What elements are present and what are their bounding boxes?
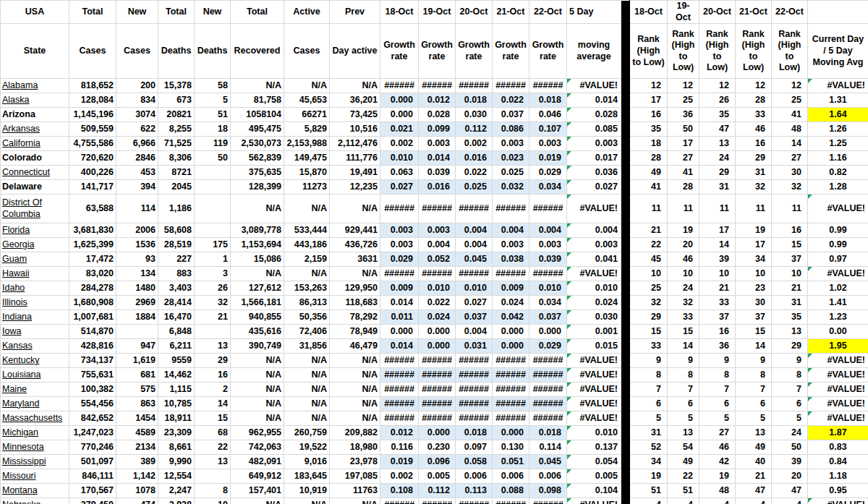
cell-total-deaths[interactable]: 9559 [158, 354, 195, 368]
cell-new-deaths[interactable] [195, 180, 231, 195]
cell-rank-19oct[interactable]: 24 [668, 281, 699, 296]
cell-growth-18oct[interactable]: 0.003 [380, 238, 419, 252]
cell-rank-19oct[interactable]: 46 [668, 252, 699, 267]
cell-growth-19oct[interactable]: 0.012 [419, 93, 456, 108]
cell-rank-20oct[interactable]: 19 [699, 469, 736, 484]
cell-rank-18oct[interactable]: 5 [630, 411, 668, 426]
cell-rank-20oct[interactable]: 36 [699, 339, 736, 354]
cell-rank-19oct[interactable]: 4 [668, 498, 699, 504]
cell-active-cases[interactable]: 31,856 [284, 339, 330, 354]
column-header-rank-22oct[interactable]: 22-Oct [772, 1, 808, 24]
cell-total-cases[interactable]: 720,620 [69, 151, 116, 166]
cell-total-cases[interactable]: 1,680,908 [69, 296, 116, 310]
cell-total-cases[interactable]: 400,226 [69, 166, 116, 180]
cell-growth-19oct[interactable]: 0.004 [419, 238, 456, 252]
cell-growth-19oct[interactable]: 0.005 [419, 469, 456, 484]
cell-state[interactable]: Montana [1, 484, 69, 498]
cell-rank-19oct[interactable]: 22 [668, 469, 699, 484]
cell-new-cases[interactable]: 2134 [116, 440, 158, 455]
cell-total-deaths[interactable]: 8,255 [158, 122, 195, 137]
cell-growth-22oct[interactable]: 0.114 [529, 440, 567, 455]
cell-growth-18oct[interactable]: 0.002 [380, 137, 419, 151]
cell-prev-day-active[interactable]: N/A [330, 195, 380, 223]
cell-new-cases[interactable] [116, 325, 158, 339]
cell-growth-20oct[interactable]: 0.097 [456, 440, 493, 455]
cell-growth-22oct[interactable]: ###### [529, 195, 567, 223]
column-header-new-deaths[interactable]: New [195, 1, 231, 24]
cell-total-cases[interactable]: 17,472 [69, 252, 116, 267]
cell-rank-19oct[interactable]: 10 [668, 267, 699, 281]
cell-active-cases[interactable]: N/A [284, 498, 330, 504]
cell-rank-20oct[interactable]: 5 [699, 411, 736, 426]
cell-total-recovered[interactable]: 649,912 [231, 469, 284, 484]
cell-current-vs-moving-avg[interactable]: #VALUE! [808, 368, 868, 383]
cell-current-vs-moving-avg[interactable]: 1.64 [808, 108, 868, 122]
cell-new-cases[interactable]: 389 [116, 455, 158, 469]
cell-rank-22oct[interactable]: 24 [772, 426, 808, 440]
cell-total-recovered[interactable]: N/A [231, 354, 284, 368]
cell-growth-20oct[interactable]: ###### [456, 267, 493, 281]
cell-rank-19oct[interactable]: 54 [668, 440, 699, 455]
cell-growth-21oct[interactable]: 0.088 [493, 484, 529, 498]
column-header-growth-19oct[interactable]: 19-Oct [419, 1, 456, 24]
cell-total-deaths[interactable]: 1,186 [158, 195, 195, 223]
cell-prev-day-active[interactable]: 2,112,476 [330, 137, 380, 151]
cell-state[interactable]: Arizona [1, 108, 69, 122]
cell-growth-18oct[interactable]: ###### [380, 354, 419, 368]
cell-new-cases[interactable]: 575 [116, 383, 158, 397]
cell-moving-average-5day[interactable]: 0.041 [567, 252, 621, 267]
cell-rank-21oct[interactable]: 32 [736, 180, 772, 195]
cell-rank-19oct[interactable]: 11 [668, 195, 699, 223]
cell-growth-20oct[interactable]: 0.045 [456, 252, 493, 267]
cell-new-deaths[interactable]: 18 [195, 122, 231, 137]
cell-prev-day-active[interactable]: 197,085 [330, 469, 380, 484]
cell-growth-18oct[interactable]: 0.019 [380, 455, 419, 469]
cell-rank-19oct[interactable]: 50 [668, 122, 699, 137]
cell-rank-18oct[interactable]: 8 [630, 368, 668, 383]
cell-rank-20oct[interactable]: 31 [699, 180, 736, 195]
column-header-moving-average-5day[interactable]: moving average [567, 24, 621, 79]
cell-total-deaths[interactable]: 1,115 [158, 383, 195, 397]
cell-new-cases[interactable]: 622 [116, 122, 158, 137]
cell-growth-19oct[interactable]: 0.039 [419, 166, 456, 180]
cell-growth-18oct[interactable]: 0.000 [380, 93, 419, 108]
cell-rank-19oct[interactable]: 7 [668, 383, 699, 397]
cell-new-deaths[interactable]: 13 [195, 455, 231, 469]
cell-current-vs-moving-avg[interactable]: 1.16 [808, 151, 868, 166]
cell-new-deaths[interactable]: 2 [195, 383, 231, 397]
cell-new-cases[interactable]: 1480 [116, 281, 158, 296]
cell-state[interactable]: Nebraska [1, 498, 69, 504]
cell-moving-average-5day[interactable]: #VALUE! [567, 383, 621, 397]
cell-total-deaths[interactable]: 58,608 [158, 223, 195, 238]
cell-rank-19oct[interactable]: 6 [668, 397, 699, 411]
cell-rank-22oct[interactable]: 5 [772, 411, 808, 426]
cell-rank-21oct[interactable]: 14 [736, 339, 772, 354]
cell-moving-average-5day[interactable]: 0.104 [567, 484, 621, 498]
cell-rank-21oct[interactable]: 19 [736, 223, 772, 238]
cell-total-cases[interactable]: 128,084 [69, 93, 116, 108]
cell-growth-19oct[interactable]: 0.052 [419, 252, 456, 267]
cell-state[interactable]: Kentucky [1, 354, 69, 368]
column-header-state[interactable]: USA [1, 1, 69, 24]
cell-growth-22oct[interactable]: 0.037 [529, 310, 567, 325]
cell-prev-day-active[interactable]: 129,950 [330, 281, 380, 296]
cell-rank-18oct[interactable]: 4 [630, 498, 668, 504]
cell-new-cases[interactable]: 2006 [116, 223, 158, 238]
cell-new-deaths[interactable]: 26 [195, 281, 231, 296]
cell-prev-day-active[interactable]: 12,235 [330, 180, 380, 195]
cell-rank-21oct[interactable]: 29 [736, 151, 772, 166]
cell-moving-average-5day[interactable]: 0.017 [567, 151, 621, 166]
cell-rank-21oct[interactable]: 17 [736, 238, 772, 252]
cell-current-vs-moving-avg[interactable]: 1.26 [808, 122, 868, 137]
cell-growth-18oct[interactable]: 0.012 [380, 426, 419, 440]
cell-prev-day-active[interactable]: 23,978 [330, 455, 380, 469]
cell-rank-19oct[interactable]: 36 [668, 108, 699, 122]
cell-growth-22oct[interactable]: 0.010 [529, 281, 567, 296]
cell-growth-22oct[interactable]: ###### [529, 411, 567, 426]
cell-growth-19oct[interactable]: ###### [419, 411, 456, 426]
cell-total-recovered[interactable]: N/A [231, 195, 284, 223]
cell-growth-21oct[interactable]: ###### [493, 79, 529, 93]
cell-growth-18oct[interactable]: 0.063 [380, 166, 419, 180]
cell-rank-20oct[interactable]: 7 [699, 383, 736, 397]
cell-moving-average-5day[interactable]: #VALUE! [567, 195, 621, 223]
